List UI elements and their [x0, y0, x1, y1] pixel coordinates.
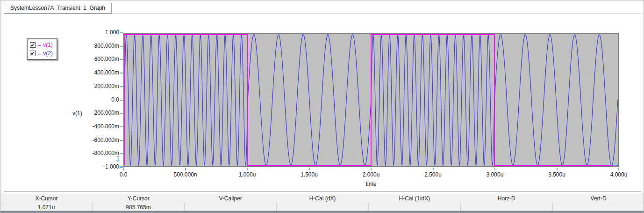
legend-checkbox-v(1)[interactable]: ✔ — [30, 42, 36, 48]
legend-color-dash-icon: – — [38, 42, 41, 49]
x-tick-label: 2.500u — [412, 171, 454, 178]
table-header-cell: Horz-D — [460, 194, 552, 203]
x-tick-mark — [557, 168, 558, 170]
y-axis-top-cursor-arrow-icon[interactable]: ⇧ — [114, 29, 121, 37]
table-header-cell: Vert-D — [552, 194, 644, 203]
y-tick-mark — [120, 100, 123, 101]
x-axis-title: time — [352, 181, 390, 187]
y-tick-label: 1.000 — [70, 29, 119, 36]
x-tick-label: 1.500u — [288, 171, 330, 178]
cursor-measurement-table: X-CursorY-CursorV-CaliperH-Cal (dX)H-Cal… — [0, 194, 644, 212]
x-tick-mark — [247, 168, 248, 170]
legend-series-label: v(2) — [43, 50, 53, 57]
table-header-cell: Y-Cursor — [93, 194, 185, 203]
y-tick-label: 400.000m — [70, 69, 119, 76]
table-header-cell: X-Cursor — [0, 194, 93, 203]
table-header-cell: H-Cal (1/dX) — [368, 194, 460, 203]
x-tick-mark — [433, 168, 434, 170]
x-tick-label: 4.000u — [598, 171, 640, 178]
y-tick-label: -800.000m — [70, 150, 119, 156]
x-tick-mark — [309, 168, 310, 170]
tab-transient-graph[interactable]: SystemLesson7A_Transient_1_Graph — [4, 3, 112, 14]
window-bottom-edge — [0, 211, 644, 213]
y-tick-label: -1.000 — [70, 163, 119, 170]
y-tick-label: 0.0 — [70, 96, 119, 103]
x-tick-mark — [494, 168, 495, 170]
y-tick-mark — [120, 46, 123, 47]
x-tick-label: 3.000u — [474, 171, 516, 178]
y-tick-mark — [120, 153, 123, 154]
x-axis-left-cursor-arrow-icon[interactable]: ⇦ — [118, 163, 124, 171]
y-tick-mark — [120, 140, 123, 141]
x-tick-label: 500.000n — [165, 171, 207, 178]
table-header-cell: V-Caliper — [185, 194, 277, 203]
graph-window: SystemLesson7A_Transient_1_Graph ✔–v(1)✔… — [0, 0, 644, 213]
y-tick-label: -400.000m — [70, 123, 119, 130]
x-tick-mark — [618, 168, 619, 170]
x-tick-mark — [371, 168, 372, 170]
waveform-canvas — [124, 34, 618, 166]
legend-color-dash-icon: – — [38, 50, 41, 57]
y-tick-label: 200.000m — [70, 83, 119, 89]
cursor-table-header-row: X-CursorY-CursorV-CaliperH-Cal (dX)H-Cal… — [0, 194, 644, 203]
legend-row: ✔–v(2) — [30, 49, 53, 58]
x-tick-label: 3.500u — [536, 171, 578, 178]
x-axis-right-cursor-arrow-icon[interactable]: ⇨ — [611, 161, 618, 169]
table-header-cell: H-Cal (dX) — [277, 194, 369, 203]
y-tick-mark — [120, 59, 123, 60]
x-tick-label: 2.000u — [350, 171, 392, 178]
y-tick-mark — [120, 113, 123, 114]
y-tick-mark — [120, 73, 123, 73]
legend-row: ✔–v(1) — [30, 41, 53, 49]
y-tick-label: -200.000m — [70, 110, 119, 116]
y-tick-mark — [120, 86, 123, 87]
x-tick-mark — [185, 168, 186, 170]
y-tick-label: -600.000m — [70, 137, 119, 143]
y-tick-mark — [120, 126, 123, 127]
x-tick-label: 1.000u — [226, 171, 268, 178]
legend-series-label: v(1) — [43, 42, 53, 48]
x-tick-label: 0.0 — [102, 171, 144, 178]
plot-area[interactable] — [123, 33, 619, 167]
y-tick-label: 800.000m — [70, 43, 119, 49]
graph-panel: ✔–v(1)✔–v(2) v(1) 1.000800.000m600.000m4… — [4, 14, 641, 192]
legend-box: ✔–v(1)✔–v(2) — [27, 38, 57, 60]
legend-checkbox-v(2)[interactable]: ✔ — [30, 51, 36, 56]
y-tick-label: 600.000m — [70, 56, 119, 62]
